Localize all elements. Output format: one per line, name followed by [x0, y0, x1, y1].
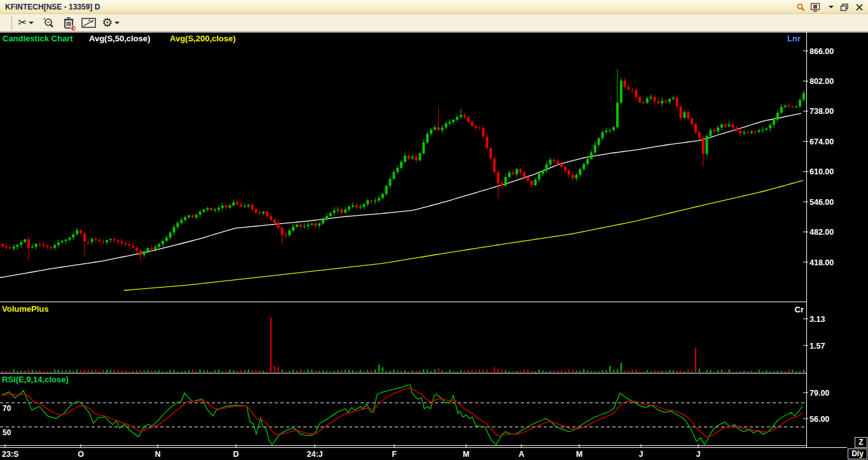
price-axis-label: 674.00 — [809, 137, 834, 146]
time-axis-label: A — [518, 450, 524, 459]
time-axis-label: M — [463, 450, 469, 459]
legend-avg200[interactable]: Avg(S,200,close) — [170, 34, 236, 43]
restore-window-icon[interactable] — [839, 2, 850, 12]
volume-panel-label[interactable]: VolumePlus — [2, 304, 48, 314]
scissors-glyph: ✂ — [18, 17, 27, 28]
search-icon[interactable] — [796, 2, 806, 12]
volume-axis-label: 1.57 — [809, 342, 825, 351]
price-axis-label: 418.00 — [809, 258, 834, 267]
trash-icon[interactable] — [63, 15, 74, 31]
rsi-line — [1, 385, 803, 445]
rsi-panel-label[interactable]: RSI(E,9,14,close) — [2, 375, 69, 384]
volume-unit-label: Cr — [776, 305, 804, 314]
periodicity-button[interactable]: Dly — [848, 449, 867, 459]
rsi-ref-low-label: 50 — [3, 428, 11, 437]
time-axis-label: J — [696, 450, 701, 459]
time-axis-label: N — [155, 450, 160, 459]
ma50-line — [0, 113, 801, 277]
rsi-signal-line — [1, 388, 803, 437]
price-axis-label: 610.00 — [809, 167, 834, 176]
time-axis-label: F — [392, 450, 397, 459]
chart-svg[interactable]: 866.00802.00738.00674.00610.00546.00482.… — [0, 32, 868, 460]
dropdown-caret-icon[interactable] — [825, 2, 835, 12]
price-axis-label: 482.00 — [809, 228, 834, 237]
settings-caret-icon[interactable] — [114, 22, 120, 24]
legend-chart-type[interactable]: Candlestick Chart — [3, 34, 73, 43]
scale-mode-label[interactable]: Lnr — [787, 34, 801, 43]
rsi-axis-label: 56.00 — [809, 415, 829, 424]
titlebar-controls — [796, 0, 864, 14]
price-axis-label: 546.00 — [809, 198, 834, 207]
time-axis-label: 24:J — [307, 450, 322, 459]
window-titlebar: KFINTECH[NSE - 13359] D — [0, 0, 868, 14]
zoom-tool-icon[interactable] — [41, 15, 54, 31]
chart-toolbar: ✂ ⚙ — [0, 14, 868, 32]
user-monitor-icon[interactable] — [810, 2, 820, 12]
volume-layer — [2, 317, 804, 372]
scissors-caret-icon[interactable] — [29, 22, 34, 24]
chart-canvas[interactable]: 866.00802.00738.00674.00610.00546.00482.… — [0, 32, 868, 460]
price-axis-label: 866.00 — [809, 47, 834, 56]
rsi-axis-label: 79.00 — [809, 389, 829, 398]
price-axis-label: 802.00 — [809, 77, 834, 86]
ma200-line — [124, 181, 803, 291]
price-axis-label: 738.00 — [809, 107, 834, 116]
time-axis-label: J — [639, 450, 644, 459]
zoom-reset-button[interactable]: Z — [855, 437, 867, 448]
time-axis-label: M — [576, 450, 582, 459]
time-axis-label: 23:S — [2, 450, 18, 459]
volume-axis-label: 3.13 — [809, 315, 825, 324]
toolbar-separator — [11, 16, 12, 30]
time-axis-label: D — [233, 450, 238, 459]
legend-avg50[interactable]: Avg(S,50,close) — [89, 34, 150, 43]
window-title: KFINTECH[NSE - 13359] D — [5, 3, 100, 11]
candles-layer — [1, 69, 805, 260]
time-axis-label: O — [78, 450, 84, 459]
close-window-icon[interactable] — [854, 2, 864, 12]
rsi-ref-high-label: 70 — [3, 404, 11, 413]
trendline-chart-icon[interactable] — [81, 15, 97, 31]
gear-glyph: ⚙ — [102, 17, 113, 29]
scissors-icon[interactable]: ✂ — [18, 15, 34, 31]
chart-window: KFINTECH[NSE - 13359] D ✂ — [0, 0, 868, 460]
trash-badge-icon — [71, 25, 76, 31]
settings-gear-icon[interactable]: ⚙ — [102, 15, 120, 31]
